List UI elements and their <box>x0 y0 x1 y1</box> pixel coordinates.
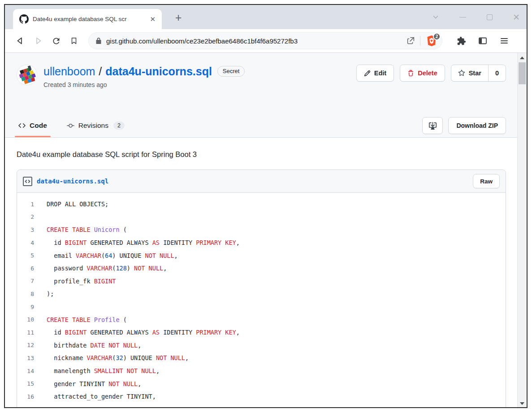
tab-code[interactable]: Code <box>17 114 49 137</box>
address-bar[interactable]: gist.github.com/ullenboom/ce23e2befbae64… <box>88 32 442 49</box>
line-number: 16 <box>17 393 47 400</box>
code-line: 2 <box>17 211 506 224</box>
code-lines: 1DROP ALL OBJECTS;23CREATE TABLE Unicorn… <box>17 193 506 408</box>
line-number: 10 <box>17 316 47 323</box>
created-timestamp: Created 3 minutes ago <box>43 81 245 88</box>
code-line: 3CREATE TABLE Unicorn ( <box>17 223 506 236</box>
tab-search-chevron-icon[interactable] <box>432 13 440 21</box>
edit-button[interactable]: Edit <box>356 65 394 82</box>
line-number: 9 <box>17 304 47 310</box>
shield-badge: 2 <box>433 33 441 40</box>
reload-icon[interactable] <box>47 33 65 49</box>
close-tab-icon[interactable]: ✕ <box>148 15 157 23</box>
line-number: 6 <box>17 265 47 272</box>
minimize-icon[interactable] <box>458 13 467 21</box>
line-number: 13 <box>17 355 47 361</box>
code-line: 1DROP ALL OBJECTS; <box>17 198 506 211</box>
line-number: 14 <box>17 368 47 374</box>
visibility-badge: Secret <box>217 66 245 77</box>
raw-button-label: Raw <box>480 178 493 185</box>
code-line: 13 nickname VARCHAR(32) UNIQUE NOT NULL, <box>17 352 506 365</box>
code-text: email VARCHAR(64) UNIQUE NOT NULL, <box>47 252 178 259</box>
desktop-download-icon <box>429 122 437 130</box>
code-text: id BIGINT GENERATED ALWAYS AS IDENTITY P… <box>47 329 240 336</box>
back-icon[interactable] <box>11 33 29 49</box>
star-button[interactable]: Star <box>451 65 488 81</box>
page-title: ullenboom / data4u-unicorns.sql Secret <box>43 65 245 78</box>
new-tab-button[interactable]: + <box>172 11 185 24</box>
star-button-label: Star <box>469 70 481 77</box>
line-number: 8 <box>17 291 47 297</box>
star-count[interactable]: 0 <box>488 65 506 81</box>
title-separator: / <box>99 65 102 78</box>
scroll-up-icon[interactable] <box>518 54 527 61</box>
code-text: password VARCHAR(128) NOT NULL, <box>47 265 167 272</box>
code-text: CREATE TABLE Profile ( <box>47 316 127 323</box>
code-line: 14 manelength SMALLINT NOT NULL, <box>17 365 506 378</box>
share-icon[interactable] <box>406 36 415 46</box>
page-scrollbar[interactable] <box>517 53 527 408</box>
menu-icon[interactable] <box>495 33 513 49</box>
avatar[interactable] <box>17 65 37 85</box>
gist-page: ullenboom / data4u-unicorns.sql Secret C… <box>5 53 527 408</box>
browser-titlebar: Date4u example database SQL scr ✕ + ✕ <box>5 5 527 29</box>
code-text: DROP ALL OBJECTS; <box>47 200 108 208</box>
bookmark-icon[interactable] <box>65 33 83 49</box>
sidebar-icon[interactable] <box>474 33 492 49</box>
browser-tab[interactable]: Date4u example database SQL scr ✕ <box>13 9 162 29</box>
close-window-icon[interactable]: ✕ <box>512 13 520 21</box>
trash-icon <box>407 70 414 77</box>
lock-icon <box>95 37 102 44</box>
download-zip-button[interactable]: Download ZIP <box>448 117 506 134</box>
divider <box>420 36 420 46</box>
scroll-down-icon[interactable] <box>518 400 527 407</box>
owner-link[interactable]: ullenboom <box>43 65 95 78</box>
line-number: 7 <box>17 278 47 284</box>
maximize-icon[interactable] <box>485 13 493 21</box>
github-logo-icon <box>19 14 29 24</box>
line-number: 1 <box>17 201 47 208</box>
code-square-icon <box>23 177 32 186</box>
code-icon <box>18 122 26 129</box>
brave-shield-icon[interactable]: 2 <box>425 34 438 48</box>
gist-header: ullenboom / data4u-unicorns.sql Secret C… <box>5 53 517 138</box>
gist-file-link[interactable]: data4u-unicorns.sql <box>105 65 212 78</box>
scrollbar-thumb[interactable] <box>519 62 526 84</box>
code-text: gender TINYINT NOT NULL, <box>47 380 141 387</box>
line-number: 4 <box>17 239 47 246</box>
code-line: 16 attracted_to_gender TINYINT, <box>17 390 506 403</box>
code-text: birthdate DATE NOT NULL, <box>47 342 141 349</box>
revisions-icon <box>67 122 74 130</box>
code-line: 5 email VARCHAR(64) UNIQUE NOT NULL, <box>17 249 506 262</box>
code-line: 6 password VARCHAR(128) NOT NULL, <box>17 262 506 275</box>
code-line: 9 <box>17 300 506 313</box>
embed-download-button[interactable] <box>422 117 443 134</box>
code-line: 7 profile_fk BIGINT <box>17 275 506 288</box>
forward-icon[interactable] <box>29 33 47 49</box>
code-line: 11 id BIGINT GENERATED ALWAYS AS IDENTIT… <box>17 326 506 339</box>
code-line: 8); <box>17 287 506 300</box>
edit-button-label: Edit <box>374 70 386 77</box>
line-number: 15 <box>17 380 47 387</box>
code-text: id BIGINT GENERATED ALWAYS AS IDENTITY P… <box>47 239 240 246</box>
star-icon <box>458 70 465 77</box>
code-line: 10CREATE TABLE Profile ( <box>17 313 506 326</box>
tab-code-label: Code <box>30 122 47 130</box>
file-header: data4u-unicorns.sql Raw <box>17 170 506 193</box>
file-box: data4u-unicorns.sql Raw 1DROP ALL OBJECT… <box>17 170 506 408</box>
browser-toolbar: gist.github.com/ullenboom/ce23e2befbae64… <box>5 29 527 52</box>
download-zip-label: Download ZIP <box>456 122 498 129</box>
pencil-icon <box>364 70 371 77</box>
tab-revisions-label: Revisions <box>78 122 108 130</box>
tab-title: Date4u example database SQL scr <box>33 16 148 22</box>
tab-revisions[interactable]: Revisions 2 <box>65 114 126 137</box>
delete-button[interactable]: Delete <box>400 65 445 82</box>
file-name-link[interactable]: data4u-unicorns.sql <box>37 178 108 185</box>
revisions-count-badge: 2 <box>113 122 125 130</box>
star-button-group: Star 0 <box>451 65 506 82</box>
code-text: ); <box>47 290 54 297</box>
extensions-icon[interactable] <box>452 33 470 49</box>
raw-button[interactable]: Raw <box>473 174 500 188</box>
code-line: 4 id BIGINT GENERATED ALWAYS AS IDENTITY… <box>17 236 506 249</box>
code-line: 15 gender TINYINT NOT NULL, <box>17 377 506 390</box>
